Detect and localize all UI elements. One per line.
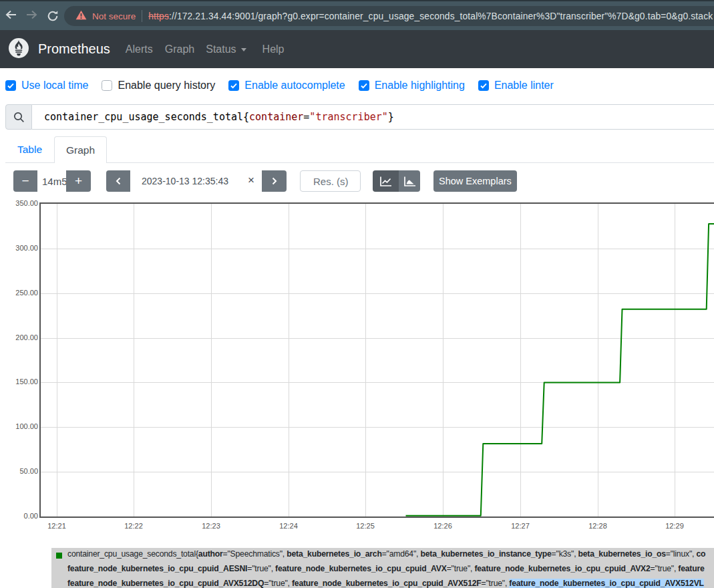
tab-table[interactable]: Table xyxy=(5,136,54,163)
option-use-local-time[interactable]: Use local time xyxy=(5,80,88,92)
panel-tabs: Table Graph xyxy=(5,136,714,163)
datetime-input[interactable]: 2023-10-13 12:35:43 × xyxy=(130,170,262,192)
checkbox-checked-icon[interactable] xyxy=(228,80,239,91)
forward-icon[interactable] xyxy=(25,8,39,24)
query-expression: container_cpu_usage_seconds_total{contai… xyxy=(44,111,394,123)
search-icon xyxy=(13,112,25,123)
legend-label-name: feature_node_kubernetes_io_cpu_cpuid_AVX… xyxy=(67,579,264,588)
not-secure-label: Not secure xyxy=(92,11,136,21)
option-label: Enable query history xyxy=(118,80,215,92)
legend-label-name: beta_kubernetes_io_os xyxy=(578,549,666,559)
x-tick-label: 12:23 xyxy=(191,522,231,530)
query-expression-input[interactable]: container_cpu_usage_seconds_total{contai… xyxy=(32,104,714,130)
legend-label-name: feature_node_kubernetes_io_cpu_cpuid_AVX… xyxy=(292,579,482,588)
chart-plot-area[interactable] xyxy=(39,202,714,518)
options-row: Use local timeEnable query historyEnable… xyxy=(5,77,567,94)
legend-line: container_cpu_usage_seconds_total{author… xyxy=(67,547,705,561)
legend-label-name: co xyxy=(696,549,705,559)
chart-series-line xyxy=(41,204,714,517)
url-text: https://172.21.34.44:9001/graph?g0.expr=… xyxy=(148,11,713,21)
resolution-input[interactable]: Res. (s) xyxy=(300,170,361,192)
range-input[interactable]: 14m55s xyxy=(37,170,66,192)
show-exemplars-button[interactable]: Show Exemplars xyxy=(433,170,517,192)
browser-toolbar: Not secure https://172.21.34.44:9001/gra… xyxy=(0,1,714,30)
increase-range-button[interactable]: + xyxy=(66,170,91,192)
decrease-range-button[interactable]: − xyxy=(13,170,37,192)
prometheus-logo-icon[interactable] xyxy=(9,38,29,61)
x-tick-label: 12:26 xyxy=(423,522,463,530)
line-chart-icon xyxy=(379,176,392,187)
legend-label-value: ="Speechmatics", xyxy=(223,549,287,559)
query-token-label-name: container xyxy=(249,111,303,123)
status-caret-icon xyxy=(241,48,246,51)
legend-label-value: ="true", xyxy=(447,564,475,573)
url-bar[interactable]: Not secure https://172.21.34.44:9001/gra… xyxy=(64,6,714,26)
option-label: Enable linter xyxy=(494,80,554,92)
forward-time-button[interactable] xyxy=(262,170,287,192)
tab-graph[interactable]: Graph xyxy=(54,136,107,163)
stacked-chart-toggle-button[interactable] xyxy=(399,170,420,192)
datetime-value: 2023-10-13 12:35:43 xyxy=(142,176,228,186)
x-tick-label: 12:28 xyxy=(578,522,618,530)
legend-label-name: feature_node_kubernetes_io_cpu_cpuid_AES… xyxy=(67,564,247,573)
legend-label-name: beta_kubernetes_io_instance_type xyxy=(420,549,551,559)
option-enable-query-history[interactable]: Enable query history xyxy=(102,80,215,92)
nav-graph[interactable]: Graph xyxy=(165,43,194,55)
legend-label-value: ="true", xyxy=(651,564,679,573)
checkbox-checked-icon[interactable] xyxy=(478,80,489,91)
checkbox-unchecked-icon[interactable] xyxy=(102,80,112,91)
query-token-metric-name: container_cpu_usage_seconds_total xyxy=(44,111,243,123)
line-chart-toggle-button[interactable] xyxy=(373,170,399,192)
legend-label-name: author xyxy=(198,549,223,559)
y-tick-label: 50.00 xyxy=(5,467,38,475)
back-time-button[interactable] xyxy=(106,170,130,192)
chart-grid xyxy=(41,204,714,517)
nav-help[interactable]: Help xyxy=(262,43,285,55)
legend-item[interactable]: container_cpu_usage_seconds_total{author… xyxy=(51,548,714,588)
checkbox-checked-icon[interactable] xyxy=(5,80,16,91)
x-tick-label: 12:25 xyxy=(345,522,385,530)
legend-line: feature_node_kubernetes_io_cpu_cpuid_AES… xyxy=(67,561,705,576)
query-token-brace: } xyxy=(388,111,394,123)
search-icon-box xyxy=(5,104,32,130)
nav-status[interactable]: Status xyxy=(206,43,246,55)
checkbox-checked-icon[interactable] xyxy=(359,80,369,91)
url-rest: ://172.21.34.44:9001/graph?g0.expr=conta… xyxy=(169,11,713,21)
legend-swatch xyxy=(56,553,62,559)
tabs-border xyxy=(5,162,714,163)
legend-label-value: ="true", xyxy=(247,564,275,573)
y-tick-label: 100.00 xyxy=(5,422,38,430)
option-enable-autocomplete[interactable]: Enable autocomplete xyxy=(228,80,345,92)
y-tick-label: 300.00 xyxy=(5,244,38,252)
clear-datetime-icon[interactable]: × xyxy=(248,174,254,187)
legend-label-value: ="amd64", xyxy=(382,549,421,559)
legend-label-value: ="k3s", xyxy=(552,549,578,559)
y-tick-label: 350.00 xyxy=(5,199,38,207)
x-tick-label: 12:27 xyxy=(500,522,540,530)
y-tick-label: 0.00 xyxy=(5,512,38,520)
reload-icon[interactable] xyxy=(47,10,59,25)
option-enable-highlighting[interactable]: Enable highlighting xyxy=(359,80,465,92)
legend-label-name: feature_node_kubernetes_io_cpu_cpuid_AVX… xyxy=(509,579,704,588)
resolution-placeholder: Res. (s) xyxy=(313,176,349,187)
x-tick-label: 12:29 xyxy=(655,522,695,530)
y-tick-label: 250.00 xyxy=(5,289,38,297)
legend-label-value: ="true", xyxy=(482,579,510,588)
legend-line: feature_node_kubernetes_io_cpu_cpuid_AVX… xyxy=(67,576,705,588)
legend-label-value: ="linux", xyxy=(666,549,697,559)
url-divider xyxy=(142,10,142,22)
legend-label-value: container_cpu_usage_seconds_total{ xyxy=(67,549,198,559)
query-token-operator: = xyxy=(303,111,309,123)
graph-controls: − 14m55s + 2023-10-13 12:35:43 × Res. (s… xyxy=(13,170,517,192)
brand-title[interactable]: Prometheus xyxy=(38,41,110,57)
legend-label-value: ="true", xyxy=(264,579,292,588)
back-icon[interactable] xyxy=(4,8,18,24)
legend-label-name: feature_node_kubernetes_io_cpu_cpuid_AVX… xyxy=(474,564,650,573)
y-tick-label: 200.00 xyxy=(5,333,38,341)
legend-label-name: beta_kubernetes_io_arch xyxy=(287,549,381,559)
option-label: Enable autocomplete xyxy=(244,80,345,92)
nav-alerts[interactable]: Alerts xyxy=(126,43,153,55)
option-enable-linter[interactable]: Enable linter xyxy=(478,80,554,92)
warning-icon xyxy=(75,10,87,23)
prometheus-navbar: Prometheus Alerts Graph Status Help xyxy=(0,30,714,68)
